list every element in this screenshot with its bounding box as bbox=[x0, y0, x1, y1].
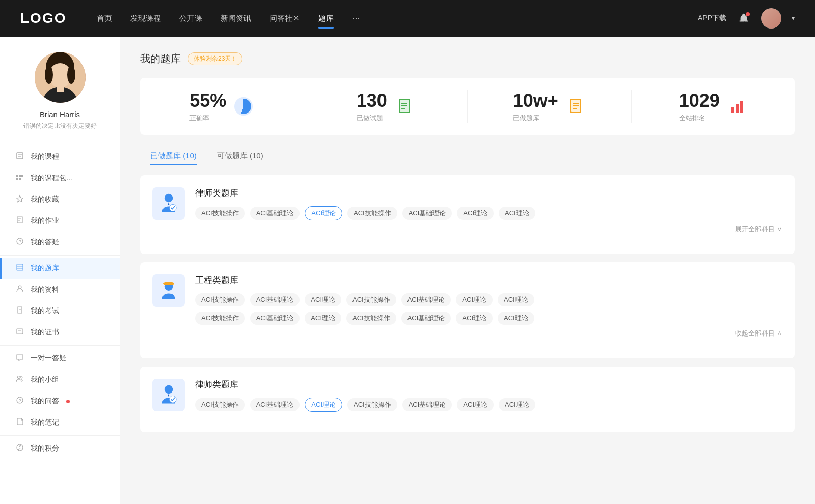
star-icon bbox=[15, 194, 24, 205]
nav-question-bank[interactable]: 题库 bbox=[318, 12, 334, 25]
tag-lawyer1-5[interactable]: ACI理论 bbox=[457, 207, 494, 220]
expand-link-lawyer1[interactable]: 展开全部科目 ∨ bbox=[195, 225, 782, 234]
tag-eng1-r2-0[interactable]: ACI技能操作 bbox=[195, 312, 245, 325]
tag-eng1-r2-4[interactable]: ACI基础理论 bbox=[401, 312, 451, 325]
stat-accuracy: 55% 正确率 bbox=[140, 90, 304, 123]
sidebar-item-my-course[interactable]: 我的课程 bbox=[0, 146, 120, 167]
accuracy-label: 正确率 bbox=[189, 114, 226, 123]
group-icon bbox=[15, 375, 24, 385]
page-title: 我的题库 bbox=[140, 52, 181, 66]
sidebar-item-my-profile[interactable]: 我的资料 bbox=[0, 279, 120, 300]
tab-available-banks[interactable]: 可做题库 (10) bbox=[207, 147, 274, 165]
nav-discover[interactable]: 发现课程 bbox=[130, 12, 161, 25]
avatar-illustration bbox=[35, 52, 86, 103]
nav-qa[interactable]: 问答社区 bbox=[269, 12, 300, 25]
user-menu-chevron[interactable]: ▾ bbox=[792, 15, 795, 22]
exam-icon bbox=[15, 306, 24, 316]
sidebar-item-my-bank[interactable]: 我的题库 bbox=[0, 258, 120, 279]
sidebar-profile: Brian Harris 错误的决定比没有决定要好 bbox=[0, 37, 120, 141]
svg-marker-14 bbox=[17, 195, 23, 202]
tag-eng1-r1-1[interactable]: ACI基础理论 bbox=[250, 293, 300, 306]
qbank-header-engineer1: 工程类题库 ACI技能操作 ACI基础理论 ACI理论 ACI技能操作 ACI基… bbox=[152, 274, 782, 338]
notification-bell[interactable] bbox=[737, 11, 751, 25]
logo: LOGO bbox=[20, 10, 66, 26]
tag-lawyer2-6[interactable]: ACI理论 bbox=[499, 398, 535, 411]
tag-eng1-r2-6[interactable]: ACI理论 bbox=[498, 312, 534, 325]
qbank-title-lawyer2: 律师类题库 bbox=[195, 379, 782, 390]
tag-lawyer2-3[interactable]: ACI技能操作 bbox=[347, 398, 397, 411]
nav-news[interactable]: 新闻资讯 bbox=[221, 12, 251, 25]
sidebar-item-my-homework[interactable]: 我的作业 bbox=[0, 210, 120, 232]
collapse-link-engineer1[interactable]: 收起全部科目 ∧ bbox=[195, 329, 782, 338]
qa-notification-dot bbox=[66, 400, 70, 403]
stat-ranking-text: 1029 全站排名 bbox=[679, 90, 720, 123]
tag-lawyer2-5[interactable]: ACI理论 bbox=[457, 398, 494, 411]
tag-lawyer2-4[interactable]: ACI基础理论 bbox=[402, 398, 452, 411]
sidebar-item-my-points[interactable]: 我的积分 bbox=[0, 438, 120, 459]
tag-lawyer2-1[interactable]: ACI基础理论 bbox=[250, 398, 300, 411]
tag-eng1-r1-2[interactable]: ACI理论 bbox=[305, 293, 341, 306]
tag-lawyer1-3[interactable]: ACI技能操作 bbox=[347, 207, 397, 220]
qa-icon: ? bbox=[15, 396, 24, 406]
svg-point-26 bbox=[18, 376, 20, 379]
tag-eng1-r1-3[interactable]: ACI技能操作 bbox=[346, 293, 396, 306]
lawyer-icon-2 bbox=[157, 384, 180, 406]
tag-eng1-r2-1[interactable]: ACI基础理论 bbox=[250, 312, 300, 325]
svg-rect-44 bbox=[740, 101, 743, 113]
tag-lawyer1-0[interactable]: ACI技能操作 bbox=[195, 207, 245, 220]
tag-eng1-r1-5[interactable]: ACI理论 bbox=[456, 293, 493, 306]
question-icon: ? bbox=[15, 237, 24, 247]
app-download-button[interactable]: APP下载 bbox=[698, 14, 726, 23]
tag-lawyer1-4[interactable]: ACI基础理论 bbox=[402, 207, 452, 220]
svg-rect-42 bbox=[731, 107, 734, 113]
svg-rect-9 bbox=[16, 175, 18, 177]
banks-done-label: 已做题库 bbox=[513, 114, 558, 123]
tag-eng1-r1-6[interactable]: ACI理论 bbox=[498, 293, 534, 306]
qbank-card-lawyer1: 律师类题库 ACI技能操作 ACI基础理论 ACI理论 ACI技能操作 ACI基… bbox=[140, 175, 795, 254]
sidebar-item-my-package[interactable]: 我的课程包... bbox=[0, 167, 120, 189]
sidebar-item-my-cert[interactable]: 我的证书 bbox=[0, 322, 120, 343]
qbank-card-lawyer2: 律师类题库 ACI技能操作 ACI基础理论 ACI理论 ACI技能操作 ACI基… bbox=[140, 367, 795, 432]
sidebar-item-my-question[interactable]: ? 我的答疑 bbox=[0, 232, 120, 253]
stat-banks-done: 10w+ 已做题库 bbox=[468, 90, 632, 123]
tag-eng1-r2-5[interactable]: ACI理论 bbox=[456, 312, 493, 325]
tag-lawyer1-6[interactable]: ACI理论 bbox=[499, 207, 535, 220]
svg-point-22 bbox=[18, 286, 21, 289]
profile-avatar bbox=[35, 52, 86, 103]
tag-lawyer2-2[interactable]: ACI理论 bbox=[305, 398, 342, 412]
user-avatar[interactable] bbox=[761, 8, 781, 29]
tag-eng1-r2-3[interactable]: ACI技能操作 bbox=[346, 312, 396, 325]
tag-lawyer1-1[interactable]: ACI基础理论 bbox=[250, 207, 300, 220]
nav-menu: 首页 发现课程 公开课 新闻资讯 问答社区 题库 ··· bbox=[97, 12, 698, 25]
svg-marker-53 bbox=[168, 394, 170, 397]
stat-ranking: 1029 全站排名 bbox=[632, 90, 795, 123]
sidebar-item-my-exam[interactable]: 我的考试 bbox=[0, 300, 120, 322]
stat-questions-done: 130 已做试题 bbox=[304, 90, 468, 123]
sidebar-item-my-notes[interactable]: 我的笔记 bbox=[0, 412, 120, 433]
questions-done-icon bbox=[394, 96, 415, 117]
sidebar-item-my-group[interactable]: 我的小组 bbox=[0, 369, 120, 390]
tag-eng1-r1-0[interactable]: ACI技能操作 bbox=[195, 293, 245, 306]
qbank-avatar-engineer1 bbox=[152, 274, 185, 307]
svg-point-4 bbox=[67, 66, 75, 84]
homework-icon bbox=[15, 216, 24, 226]
sidebar-item-my-favorite[interactable]: 我的收藏 bbox=[0, 189, 120, 210]
nav-more[interactable]: ··· bbox=[352, 13, 360, 24]
tag-eng1-r2-2[interactable]: ACI理论 bbox=[305, 312, 341, 325]
nav-open-course[interactable]: 公开课 bbox=[179, 12, 202, 25]
profile-icon bbox=[15, 285, 24, 295]
tag-eng1-r1-4[interactable]: ACI基础理论 bbox=[401, 293, 451, 306]
course-icon bbox=[15, 152, 24, 162]
sidebar-item-my-qa[interactable]: ? 我的问答 bbox=[0, 390, 120, 412]
stat-accuracy-text: 55% 正确率 bbox=[189, 90, 226, 123]
sidebar-item-one-on-one[interactable]: 一对一答疑 bbox=[0, 348, 120, 369]
svg-point-51 bbox=[165, 385, 173, 394]
sidebar-divider-2 bbox=[0, 345, 120, 346]
questions-done-value: 130 bbox=[357, 90, 387, 111]
qbank-content-lawyer2: 律师类题库 ACI技能操作 ACI基础理论 ACI理论 ACI技能操作 ACI基… bbox=[195, 379, 782, 412]
tab-done-banks[interactable]: 已做题库 (10) bbox=[140, 147, 207, 165]
svg-rect-43 bbox=[736, 104, 739, 113]
nav-home[interactable]: 首页 bbox=[97, 12, 112, 25]
tag-lawyer2-0[interactable]: ACI技能操作 bbox=[195, 398, 245, 411]
tag-lawyer1-2[interactable]: ACI理论 bbox=[305, 206, 342, 220]
